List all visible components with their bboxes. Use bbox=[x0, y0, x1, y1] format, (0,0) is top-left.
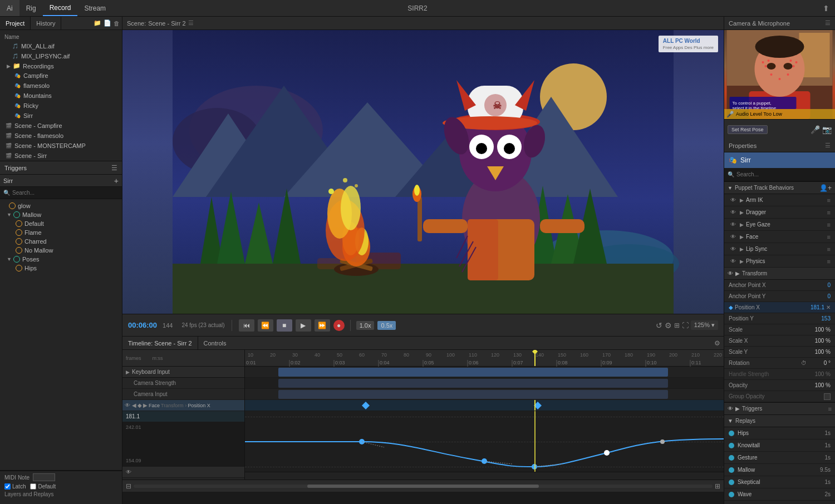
behavior-menu-face[interactable]: ≡ bbox=[827, 234, 831, 240]
timeline-scrollbar[interactable] bbox=[134, 485, 713, 488]
transform-eye[interactable]: 👁 bbox=[728, 270, 733, 276]
prop-value-anchor-y[interactable]: 0 bbox=[808, 293, 831, 299]
timeline-settings-icon[interactable]: ⚙ bbox=[714, 339, 720, 347]
eye-arm-ik[interactable]: 👁 bbox=[729, 196, 738, 205]
settings-icon[interactable]: ⚙ bbox=[665, 321, 672, 330]
menu-rig[interactable]: Rig bbox=[19, 0, 43, 16]
trigger-item-charred[interactable]: Charred bbox=[0, 237, 122, 246]
triggers-right-header[interactable]: 👁 ▶ Triggers ≡ bbox=[724, 403, 835, 415]
menu-ai[interactable]: Ai bbox=[0, 0, 19, 16]
replay-item-skeptical[interactable]: Skeptical 1s bbox=[724, 476, 835, 488]
zoom-level[interactable]: 125% ▾ bbox=[691, 320, 718, 330]
replay-item-pleased[interactable]: Pleased 1s bbox=[724, 501, 835, 504]
timeline-scrollbar-thumb[interactable] bbox=[307, 485, 539, 488]
trigger-item-hips[interactable]: Hips bbox=[0, 264, 122, 273]
chevron-eye-gaze[interactable]: ▶ bbox=[740, 222, 744, 228]
default-checkbox[interactable] bbox=[30, 483, 36, 490]
prop-value-scale[interactable]: 100 % bbox=[808, 327, 831, 333]
project-item[interactable]: 🎵 MIX_LIPSYNC.aif bbox=[0, 51, 122, 61]
project-item[interactable]: 🎬 Scene - Sirr bbox=[0, 151, 122, 161]
trigger-folder-mallow[interactable]: ▼ Mallow bbox=[0, 210, 122, 219]
project-item[interactable]: 🎭 Sirr bbox=[0, 111, 122, 121]
prop-value-position-x[interactable]: 181.1 bbox=[802, 304, 824, 310]
chevron-dragger[interactable]: ▶ bbox=[740, 210, 744, 215]
eye-lip-sync[interactable]: 👁 bbox=[729, 245, 738, 254]
eye-physics[interactable]: 👁 bbox=[729, 257, 738, 266]
loop-icon[interactable]: ↺ bbox=[656, 321, 662, 330]
transform-header[interactable]: 👁 ▶ Transform bbox=[724, 268, 835, 280]
prop-value-scale-x[interactable]: 100 % bbox=[808, 338, 831, 344]
record-button[interactable]: ● bbox=[333, 320, 345, 331]
behavior-menu-eye-gaze[interactable]: ≡ bbox=[827, 221, 831, 228]
project-item[interactable]: 🎬 Scene - Campfire bbox=[0, 121, 122, 131]
fullscreen-icon[interactable]: ⛶ bbox=[682, 322, 689, 329]
behaviors-group-header[interactable]: ▼ Puppet Track Behaviors 👤+ bbox=[724, 182, 835, 194]
project-item[interactable]: 🎭 Mountains bbox=[0, 91, 122, 101]
triggers-right-eye[interactable]: 👁 bbox=[728, 406, 733, 412]
properties-search-input[interactable] bbox=[736, 171, 832, 177]
camera-toggle-icon[interactable]: 📷 bbox=[822, 125, 832, 134]
clear-position-x-button[interactable]: ✕ bbox=[826, 304, 831, 310]
properties-menu-icon[interactable]: ☰ bbox=[825, 142, 831, 149]
project-item[interactable]: 🎵 MIX_ALL.aif bbox=[0, 41, 122, 51]
triggers-right-menu[interactable]: ≡ bbox=[828, 406, 832, 412]
tab-history[interactable]: History bbox=[31, 17, 61, 29]
prop-value-anchor-x[interactable]: 0 bbox=[808, 282, 831, 288]
trigger-item-glow[interactable]: glow bbox=[0, 201, 122, 210]
camera-menu-icon[interactable]: ☰ bbox=[825, 19, 831, 27]
project-item[interactable]: 🎬 Scene - flamesolo bbox=[0, 131, 122, 141]
trigger-folder-poses[interactable]: ▼ Poses bbox=[0, 255, 122, 264]
menu-stream[interactable]: Stream bbox=[77, 0, 112, 16]
replays-header[interactable]: ▼ Replays bbox=[724, 415, 835, 427]
trigger-item-flame[interactable]: Flame bbox=[0, 228, 122, 237]
scene-options-icon[interactable]: ☰ bbox=[188, 19, 194, 27]
chevron-physics[interactable]: ▶ bbox=[740, 259, 744, 264]
new-item-icon[interactable]: 📄 bbox=[104, 19, 111, 27]
behavior-menu-arm-ik[interactable]: ≡ bbox=[827, 197, 831, 204]
prop-value-opacity[interactable]: 100 % bbox=[808, 382, 831, 388]
visibility-toggle[interactable]: 👁 bbox=[126, 469, 131, 475]
add-trigger-button[interactable]: + bbox=[114, 176, 119, 185]
replay-item-hips[interactable]: Hips 1s bbox=[724, 427, 835, 439]
timeline-zoom-in[interactable]: ⊞ bbox=[715, 482, 720, 490]
chevron-lip-sync[interactable]: ▶ bbox=[740, 246, 744, 252]
latch-checkbox[interactable] bbox=[4, 483, 11, 490]
group-opacity-checkbox[interactable] bbox=[824, 393, 831, 400]
behavior-menu-physics[interactable]: ≡ bbox=[827, 258, 831, 265]
behaviors-add-icon[interactable]: 👤+ bbox=[819, 184, 832, 192]
triggers-menu-icon[interactable]: ☰ bbox=[111, 164, 117, 172]
stop-button[interactable]: ■ bbox=[277, 319, 292, 332]
eye-dragger[interactable]: 👁 bbox=[729, 208, 738, 217]
chevron-face[interactable]: ▶ bbox=[740, 234, 744, 240]
prop-value-scale-y[interactable]: 100 % bbox=[808, 349, 831, 355]
project-item[interactable]: 🎭 Ricky bbox=[0, 101, 122, 111]
speed-1x-button[interactable]: 1.0x bbox=[356, 321, 375, 330]
view-icon[interactable]: ⊞ bbox=[674, 322, 680, 329]
export-icon[interactable]: ⬆ bbox=[823, 4, 829, 13]
trigger-item-no-mallow[interactable]: No Mallow bbox=[0, 246, 122, 255]
trigger-search-input[interactable] bbox=[12, 190, 119, 196]
midi-input[interactable] bbox=[33, 473, 55, 481]
go-to-start-button[interactable]: ⏮ bbox=[239, 319, 254, 332]
replay-item-gesture[interactable]: Gesture 1s bbox=[724, 452, 835, 464]
delete-icon[interactable]: 🗑 bbox=[114, 20, 120, 27]
latch-checkbox-label[interactable]: Latch bbox=[4, 483, 26, 490]
step-back-button[interactable]: ⏪ bbox=[258, 319, 273, 332]
eye-face[interactable]: 👁 bbox=[729, 233, 738, 241]
prop-value-rotation[interactable]: 0 ° bbox=[808, 360, 831, 366]
tab-project[interactable]: Project bbox=[0, 17, 31, 29]
project-item[interactable]: 🎭 Campfire bbox=[0, 71, 122, 81]
behavior-menu-lip-sync[interactable]: ≡ bbox=[827, 246, 831, 253]
play-button[interactable]: ▶ bbox=[296, 319, 311, 332]
chevron-arm-ik[interactable]: ▶ bbox=[740, 197, 744, 203]
controls-tab[interactable]: Controls bbox=[198, 337, 232, 349]
speed-05x-button[interactable]: 0.5x bbox=[377, 321, 396, 330]
project-item[interactable]: 🎭 flamesolo bbox=[0, 81, 122, 91]
project-folder-recordings[interactable]: ▶ 📁 Recordings bbox=[0, 61, 122, 71]
behavior-menu-dragger[interactable]: ≡ bbox=[827, 209, 831, 216]
project-item[interactable]: 🎬 Scene - MONSTERCAMP bbox=[0, 141, 122, 151]
replay-item-mallow[interactable]: Mallow 9.5s bbox=[724, 464, 835, 476]
timeline-tab[interactable]: Timeline: Scene - Sirr 2 bbox=[122, 337, 198, 349]
prop-value-position-y[interactable]: 153 bbox=[808, 315, 831, 322]
replay-item-wave[interactable]: Wave 2s bbox=[724, 488, 835, 501]
